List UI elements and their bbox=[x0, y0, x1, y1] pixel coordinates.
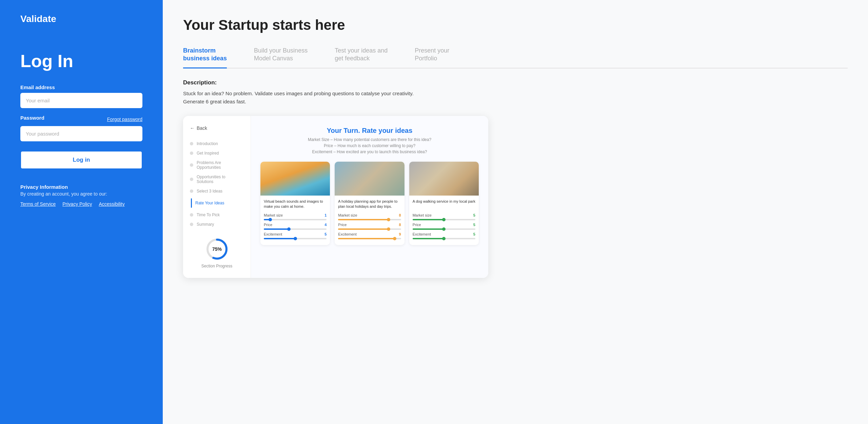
privacy-section: Privacy Information By creating an accou… bbox=[20, 184, 142, 207]
back-button[interactable]: ← Back bbox=[190, 125, 244, 131]
metric-slider[interactable] bbox=[413, 228, 475, 230]
preview-title-colored: Rate your ideas bbox=[362, 127, 412, 134]
metric-row: Excitement5 bbox=[264, 232, 327, 236]
brand-logo: Validate bbox=[20, 14, 142, 24]
metric-row: Market size5 bbox=[413, 213, 475, 217]
metric-row: Price5 bbox=[413, 223, 475, 227]
right-panel: Your Startup starts here Brainstorm busi… bbox=[163, 0, 868, 424]
back-label: Back bbox=[197, 125, 207, 131]
metric-slider[interactable] bbox=[338, 228, 401, 230]
preview-nav-item[interactable]: Select 3 Ideas bbox=[190, 186, 244, 196]
preview-title-normal: Your Turn. bbox=[327, 127, 362, 134]
tab-test-ideas[interactable]: Test your ideas and get feedback bbox=[335, 47, 388, 68]
email-input[interactable] bbox=[20, 93, 142, 108]
metric-row: Excitement5 bbox=[413, 232, 475, 236]
metric-slider[interactable] bbox=[264, 238, 327, 239]
accessibility-link[interactable]: Accessibility bbox=[99, 201, 124, 207]
metric-row: Market size1 bbox=[264, 213, 327, 217]
tab-business-model[interactable]: Build your Business Model Canvas bbox=[254, 47, 308, 68]
preview-nav-item[interactable]: Time To Pick bbox=[190, 210, 244, 220]
metric-slider[interactable] bbox=[338, 238, 401, 239]
metric-slider[interactable] bbox=[338, 219, 401, 220]
progress-label: Section Progress bbox=[201, 264, 232, 268]
metric-slider[interactable] bbox=[413, 219, 475, 220]
preview-nav-item[interactable]: Introduction bbox=[190, 139, 244, 148]
left-panel: Validate Log In Email address Password F… bbox=[0, 0, 163, 424]
forgot-password-link[interactable]: Forgot password bbox=[107, 117, 142, 122]
progress-wrap: 75% Section Progress bbox=[190, 237, 244, 268]
idea-cards-row: Virtual beach sounds and images to make … bbox=[260, 162, 479, 245]
tab-portfolio[interactable]: Present your Portfolio bbox=[415, 47, 449, 68]
metric-row: Excitement9 bbox=[338, 232, 401, 236]
metric-slider[interactable] bbox=[264, 228, 327, 230]
preview-nav-item[interactable]: Opportunities to Solutions bbox=[190, 172, 244, 186]
preview-main: Your Turn. Rate your ideas Market Size –… bbox=[251, 116, 488, 278]
preview-nav: ← Back IntroductionGet InspiredProblems … bbox=[183, 116, 251, 278]
preview-nav-item[interactable]: Rate Your Ideas bbox=[190, 196, 244, 210]
email-label: Email address bbox=[20, 84, 142, 90]
tabs-container: Brainstorm business ideas Build your Bus… bbox=[183, 47, 848, 68]
preview-nav-item[interactable]: Problems Are Opportunities bbox=[190, 158, 244, 172]
progress-circle: 75% bbox=[205, 237, 229, 261]
description-text: Stuck for an idea? No problem. Validate … bbox=[183, 89, 848, 106]
password-label: Password bbox=[20, 115, 44, 121]
progress-pct-text: 75% bbox=[212, 246, 222, 252]
metric-slider[interactable] bbox=[264, 219, 327, 220]
password-input[interactable] bbox=[20, 126, 142, 141]
privacy-desc: By creating an account, you agree to our… bbox=[20, 191, 142, 197]
main-heading: Your Startup starts here bbox=[183, 17, 848, 33]
idea-card: A holiday planning app for people to pla… bbox=[335, 162, 404, 245]
idea-card: Virtual beach sounds and images to make … bbox=[260, 162, 330, 245]
metric-row: Price4 bbox=[264, 223, 327, 227]
preview-nav-item[interactable]: Summary bbox=[190, 220, 244, 229]
preview-card: ← Back IntroductionGet InspiredProblems … bbox=[183, 116, 488, 278]
metric-row: Price8 bbox=[338, 223, 401, 227]
preview-subtitle: Market Size – How many potential custome… bbox=[260, 137, 479, 155]
privacy-policy-link[interactable]: Privacy Policy bbox=[62, 201, 92, 207]
description-label: Description: bbox=[183, 79, 848, 86]
preview-title: Your Turn. Rate your ideas bbox=[260, 127, 479, 135]
idea-desc: Virtual beach sounds and images to make … bbox=[264, 199, 327, 210]
metric-row: Market size8 bbox=[338, 213, 401, 217]
idea-desc: A holiday planning app for people to pla… bbox=[338, 199, 401, 210]
idea-card: A dog walking service in my local parkMa… bbox=[409, 162, 479, 245]
terms-link[interactable]: Terms of Service bbox=[20, 201, 56, 207]
page-title: Log In bbox=[20, 52, 142, 71]
preview-nav-item[interactable]: Get Inspired bbox=[190, 148, 244, 158]
back-arrow-icon: ← bbox=[190, 125, 195, 131]
idea-desc: A dog walking service in my local park bbox=[413, 199, 475, 210]
tab-brainstorm[interactable]: Brainstorm business ideas bbox=[183, 47, 227, 68]
privacy-title: Privacy Information bbox=[20, 184, 142, 190]
login-button[interactable]: Log in bbox=[20, 151, 142, 169]
metric-slider[interactable] bbox=[413, 238, 475, 239]
